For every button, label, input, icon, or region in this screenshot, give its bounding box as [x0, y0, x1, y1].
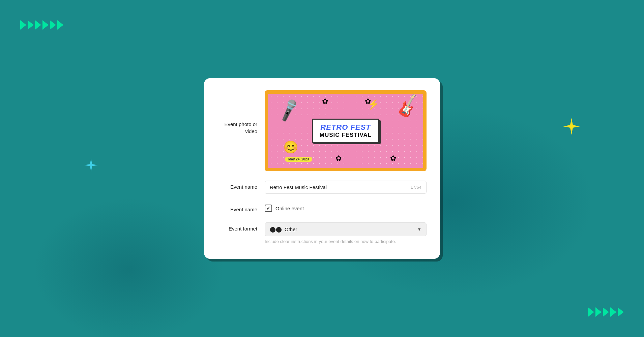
decorative-arrows-top-left	[20, 20, 63, 30]
event-date-pill: May 24, 2023	[285, 157, 312, 162]
event-format-label: Event formet	[217, 222, 265, 232]
event-format-content: ⬤⬤ Other ▼ Include clear instructions in…	[265, 222, 427, 244]
decorative-arrows-bottom-right	[588, 307, 624, 317]
online-event-label: Event name	[217, 203, 265, 213]
event-name-label: Event name	[217, 181, 265, 190]
arrow-icon	[618, 307, 624, 317]
event-name-row: Event name Retro Fest Music Festival 17/…	[217, 181, 427, 194]
flower-decoration: ✿	[390, 154, 396, 163]
smiley-decoration: 😊	[283, 140, 298, 154]
char-count: 17/64	[410, 185, 421, 190]
online-event-row: Event name ✓ Online event	[217, 203, 427, 213]
banner-title-bottom: MUSIC FESTIVAL	[320, 132, 372, 139]
arrow-icon	[603, 307, 609, 317]
dropdown-selected-value: Other	[285, 226, 297, 232]
arrow-icon	[610, 307, 616, 317]
arrow-icon	[42, 20, 49, 30]
online-event-checkbox[interactable]: ✓	[265, 205, 272, 212]
arrow-icon	[35, 20, 41, 30]
photo-label: Event photo or video	[217, 90, 265, 135]
arrow-icon	[57, 20, 63, 30]
arrow-icon	[588, 307, 594, 317]
online-event-checkbox-label: Online event	[275, 206, 304, 211]
event-banner: ✿ ✿ ✿ ✿ 🎤 🎸 😊 ⚡ RETRO FEST MUSIC FE	[268, 94, 423, 168]
star-blue-decoration	[84, 158, 98, 172]
svg-marker-1	[84, 158, 98, 172]
arrow-icon	[20, 20, 26, 30]
banner-title-top: RETRO FEST	[320, 123, 372, 132]
event-format-row: Event formet ⬤⬤ Other ▼ Include clear in…	[217, 222, 427, 244]
star-yellow-decoration	[563, 118, 580, 135]
flower-decoration: ✿	[335, 154, 342, 163]
banner-title-box: RETRO FEST MUSIC FESTIVAL	[312, 119, 379, 143]
photo-row: Event photo or video ✿ ✿ ✿ ✿ 🎤 🎸 😊	[217, 90, 427, 171]
flower-decoration: ✿	[322, 97, 328, 106]
dropdown-left: ⬤⬤ Other	[270, 226, 297, 233]
arrow-icon	[595, 307, 602, 317]
arrow-icon	[28, 20, 34, 30]
format-helper-text: Include clear instructions in your event…	[265, 239, 427, 244]
photo-content: ✿ ✿ ✿ ✿ 🎤 🎸 😊 ⚡ RETRO FEST MUSIC FE	[265, 90, 427, 171]
event-format-dropdown[interactable]: ⬤⬤ Other ▼	[265, 222, 427, 236]
checkmark-icon: ✓	[266, 206, 270, 211]
event-image-wrapper[interactable]: ✿ ✿ ✿ ✿ 🎤 🎸 😊 ⚡ RETRO FEST MUSIC FE	[265, 90, 427, 171]
arrow-icon	[50, 20, 56, 30]
online-event-checkbox-row: ✓ Online event	[265, 203, 427, 212]
chevron-down-icon: ▼	[417, 227, 421, 232]
event-name-input[interactable]: Retro Fest Music Festival 17/64	[265, 181, 427, 194]
online-event-content: ✓ Online event	[265, 203, 427, 212]
lightning-decoration: ⚡	[368, 99, 379, 110]
svg-marker-0	[563, 118, 580, 135]
event-name-content: Retro Fest Music Festival 17/64	[265, 181, 427, 194]
event-name-value: Retro Fest Music Festival	[270, 184, 327, 190]
event-form-card: Event photo or video ✿ ✿ ✿ ✿ 🎤 🎸 😊	[204, 78, 440, 259]
dots-icon: ⬤⬤	[270, 226, 282, 233]
